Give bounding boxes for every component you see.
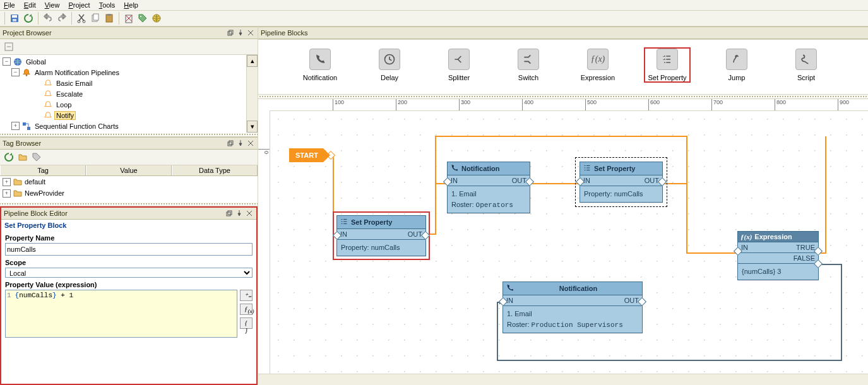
tag-table-body: +default +NewProvider [0,176,258,202]
tree-expand-icon[interactable]: − [3,57,11,66]
tree-sfc[interactable]: Sequential Function Charts [33,122,120,130]
restore-icon[interactable] [226,28,235,37]
menu-project[interactable]: Project [68,1,90,9]
palette-expression[interactable]: ƒ(x)Expression [576,49,620,81]
scope-select[interactable]: Local [5,268,253,278]
globe-icon[interactable] [150,12,163,25]
pin-icon[interactable] [236,139,245,148]
scroll-down-icon[interactable]: ▾ [247,121,258,133]
panel-gripper[interactable] [0,133,258,137]
tree-root[interactable]: Global [25,58,47,66]
tag-table-header: Tag Value Data Type [0,165,258,176]
delete-icon[interactable] [122,12,135,25]
project-browser-panel: Project Browser −Global −Alarm Notificat… [0,27,258,137]
menu-view[interactable]: View [45,1,60,9]
scope-label: Scope [5,259,253,266]
canvas-scrollbar-h[interactable] [258,374,868,385]
block-editor-title: Pipeline Block Editor [4,210,223,217]
main-toolbar [0,11,868,27]
panel-gripper[interactable] [0,202,258,206]
palette-set-property[interactable]: Set Property [645,49,689,81]
svg-rect-12 [228,32,232,35]
block-set-property-1[interactable]: Set Property INOUT Property: numCalls [336,215,426,256]
tag-col-tag[interactable]: Tag [0,165,86,175]
copy-icon[interactable] [89,12,102,25]
tree-item[interactable]: Basic Email [55,80,93,87]
paste-icon[interactable] [103,12,116,25]
tree-item[interactable]: Escalate [55,90,84,98]
scroll-up-icon[interactable]: ▴ [247,55,258,67]
restore-icon[interactable] [225,209,234,218]
project-browser-scrollbar[interactable]: ▴ ▾ [246,55,258,133]
palette-splitter[interactable]: Splitter [437,49,481,81]
fx-icon: ƒ(x) [587,49,609,70]
bell-icon [43,89,53,99]
redo-icon[interactable] [56,12,68,25]
save-icon[interactable] [8,12,21,25]
menu-file[interactable]: FFileile [4,1,15,9]
tag-add-icon[interactable] [30,151,43,163]
menu-edit[interactable]: Edit [24,1,36,9]
phone-icon [450,163,459,174]
menu-tools[interactable]: Tools [99,1,116,9]
refresh-icon[interactable] [22,12,35,25]
pipeline-canvas[interactable]: START Set Property INOUT Property: numCa… [270,111,868,374]
tree-collapse-icon[interactable] [3,40,15,53]
tag-row[interactable]: +default [0,176,258,187]
block-set-property-2[interactable]: Set Property INOUT Property: numCalls [580,162,663,203]
palette-jump[interactable]: Jump [715,49,759,81]
switch-icon [518,49,539,70]
palette-switch[interactable]: Switch [506,49,550,81]
project-tree[interactable]: −Global −Alarm Notification Pipelines Ba… [0,55,246,133]
svg-rect-8 [107,14,111,16]
tag-col-value[interactable]: Value [86,165,172,175]
bell-icon [43,110,53,121]
expr-brace-btn[interactable]: { } [240,317,253,329]
expr-fx-btn[interactable]: ƒ(x) [240,304,253,315]
splitter-icon [448,49,470,70]
svg-rect-1 [12,15,17,18]
palette-gripper[interactable] [258,95,868,99]
svg-rect-17 [23,122,26,126]
tree-pipelines-folder[interactable]: Alarm Notification Pipelines [33,69,121,76]
close-icon[interactable] [246,28,255,37]
tag-folder-icon[interactable] [16,151,29,163]
pin-icon[interactable] [236,28,245,37]
block-notification-1[interactable]: Notification INOUT 1. EmailRoster: Opera… [447,162,530,213]
pin-icon[interactable] [235,209,244,218]
tree-collapse-plus-icon[interactable]: + [11,122,20,130]
block-notification-2[interactable]: Notification INOUT 1. EmailRoster: Produ… [502,281,643,333]
tag-browser-panel: Tag Browser Tag Value Data Type [0,137,258,206]
cut-icon[interactable] [75,12,88,25]
tree-item[interactable]: Loop [55,101,73,109]
expr-textarea[interactable]: 1{numCalls} + 1 [5,290,237,338]
tag-refresh-icon[interactable] [3,151,15,163]
palette-script[interactable]: Script [784,49,828,81]
restore-icon[interactable] [226,139,235,148]
ruler-vertical: 0 [258,111,270,374]
palette-notification[interactable]: Notification [298,49,342,81]
expr-insert-btn[interactable]: ⁺₌ [240,290,253,301]
tree-collapse-plus-icon[interactable]: + [3,189,11,198]
block-editor-subtitle: Set Property Block [1,220,256,231]
svg-rect-2 [13,19,16,21]
start-block[interactable]: START [289,148,323,162]
svg-rect-13 [229,30,233,34]
list-icon [340,217,348,227]
tree-collapse-plus-icon[interactable]: + [3,178,11,186]
tag-row[interactable]: +NewProvider [0,187,258,199]
undo-icon[interactable] [42,12,54,25]
tag-icon[interactable] [136,12,149,25]
block-expression[interactable]: ƒ(x)Expression INTRUE FALSE {numCalls} 3 [737,231,819,280]
prop-name-input[interactable] [5,243,253,256]
close-icon[interactable] [245,209,254,218]
palette-delay[interactable]: Delay [367,49,412,81]
tree-expand-icon[interactable]: − [11,68,20,76]
svg-rect-19 [228,142,232,146]
menu-help[interactable]: Help [124,1,138,9]
close-icon[interactable] [246,139,255,148]
block-palette: Notification Delay Splitter Switch ƒ(x)E… [258,39,868,95]
tag-col-type[interactable]: Data Type [172,165,258,175]
tree-item-selected[interactable]: Notify [55,112,75,119]
expr-label: Property Value (expression) [5,281,253,288]
